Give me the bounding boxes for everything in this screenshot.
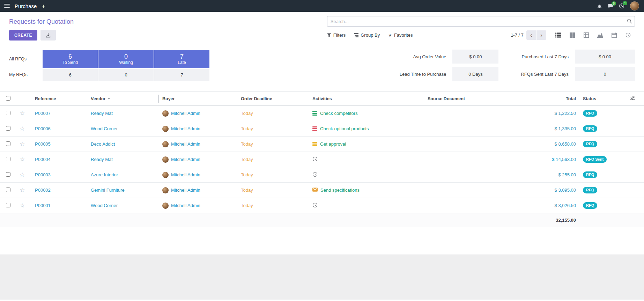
favorite-star-icon[interactable]: ☆ (20, 187, 25, 193)
new-tab-plus-icon[interactable]: + (42, 3, 45, 9)
group-by-button[interactable]: Group By (354, 32, 380, 38)
messages-icon[interactable]: 5 (608, 3, 613, 9)
activity-link[interactable]: Get approval (320, 141, 346, 147)
column-header-buyer[interactable]: Buyer (159, 92, 237, 106)
filters-button[interactable]: Filters (327, 32, 346, 38)
buyer-link[interactable]: Mitchell Admin (171, 126, 200, 131)
activity-clock-icon[interactable] (312, 172, 318, 178)
kanban-view-icon (570, 32, 575, 38)
table-row[interactable]: ☆ P00007 Ready Mat Mitchell Admin Today … (0, 106, 644, 121)
calendar-view-button[interactable] (607, 30, 621, 41)
create-button[interactable]: CREATE (9, 30, 37, 41)
vendor-link[interactable]: Wood Corner (91, 126, 118, 131)
status-badge: RFQ (583, 110, 597, 117)
pivot-view-button[interactable] (579, 30, 593, 41)
row-checkbox[interactable] (6, 141, 10, 146)
reference-link[interactable]: P00002 (35, 188, 51, 193)
favorites-button[interactable]: ★ Favorites (388, 32, 413, 38)
reference-link[interactable]: P00003 (35, 172, 51, 177)
total-value: $ 8,658.00 (555, 141, 576, 147)
buyer-link[interactable]: Mitchell Admin (171, 111, 200, 116)
activity-tasks-icon[interactable] (312, 126, 317, 131)
user-avatar[interactable] (630, 1, 639, 10)
favorite-star-icon[interactable]: ☆ (20, 171, 25, 178)
pager-next-button[interactable]: › (536, 30, 546, 40)
menu-icon[interactable] (4, 4, 10, 8)
vendor-link[interactable]: Ready Mat (91, 157, 113, 162)
column-header-reference[interactable]: Reference (31, 92, 87, 106)
sort-caret-icon (108, 98, 110, 100)
activity-clock-icon[interactable] (312, 156, 318, 163)
kpi-my-to-send-button[interactable]: 6 (43, 69, 98, 81)
buyer-link[interactable]: Mitchell Admin (171, 157, 200, 162)
row-checkbox[interactable] (6, 126, 10, 131)
search-icon[interactable] (627, 19, 632, 25)
search-input[interactable] (327, 16, 635, 27)
search-box (327, 16, 635, 27)
buyer-link[interactable]: Mitchell Admin (171, 172, 200, 177)
table-row[interactable]: ☆ P00006 Wood Corner Mitchell Admin Toda… (0, 121, 644, 137)
source-document-value (424, 137, 522, 152)
buyer-link[interactable]: Mitchell Admin (171, 203, 200, 208)
table-row[interactable]: ☆ P00003 Azure Interior Mitchell Admin T… (0, 167, 644, 183)
favorite-star-icon[interactable]: ☆ (20, 110, 25, 117)
row-checkbox[interactable] (6, 157, 10, 161)
app-title[interactable]: Purchase (15, 3, 37, 9)
activity-clock-icon[interactable] (312, 203, 318, 209)
pager-previous-button[interactable]: ‹ (526, 30, 536, 40)
vendor-link[interactable]: Azure Interior (91, 172, 118, 177)
kpi-my-waiting-button[interactable]: 0 (98, 69, 154, 81)
buyer-link[interactable]: Mitchell Admin (171, 188, 200, 193)
activity-tasks-icon[interactable] (312, 111, 317, 116)
column-header-order-deadline[interactable]: Order Deadline (237, 92, 309, 106)
vendor-link[interactable]: Ready Mat (91, 111, 113, 116)
vendor-link[interactable]: Deco Addict (91, 141, 115, 147)
favorite-star-icon[interactable]: ☆ (20, 141, 25, 147)
kpi-my-late-button[interactable]: 7 (154, 69, 209, 81)
favorite-star-icon[interactable]: ☆ (20, 125, 25, 132)
vendor-link[interactable]: Gemini Furniture (91, 188, 125, 193)
order-deadline-value: Today (241, 111, 253, 116)
row-checkbox[interactable] (6, 188, 10, 192)
kpi-to-send-button[interactable]: 6 To Send (43, 50, 98, 68)
table-row[interactable]: ☆ P00004 Ready Mat Mitchell Admin Today … (0, 152, 644, 167)
activity-link[interactable]: Send specifications (320, 188, 360, 193)
table-row[interactable]: ☆ P00002 Gemini Furniture Mitchell Admin… (0, 183, 644, 198)
kpi-waiting-button[interactable]: 0 Waiting (98, 50, 154, 68)
row-checkbox[interactable] (6, 203, 10, 207)
kanban-view-button[interactable] (565, 30, 579, 41)
column-header-vendor[interactable]: Vendor (87, 92, 159, 106)
list-view-button[interactable] (551, 30, 565, 41)
reference-link[interactable]: P00006 (35, 126, 51, 131)
column-header-status[interactable]: Status (579, 92, 627, 106)
activity-email-icon[interactable] (312, 188, 318, 193)
row-checkbox[interactable] (6, 111, 10, 115)
row-checkbox[interactable] (6, 172, 10, 177)
reference-link[interactable]: P00007 (35, 111, 51, 116)
activity-tasks-icon[interactable] (312, 142, 317, 146)
reference-link[interactable]: P00004 (35, 157, 51, 162)
export-button[interactable] (40, 30, 56, 41)
buyer-avatar (162, 156, 169, 163)
activity-link[interactable]: Check optional products (320, 126, 369, 131)
optional-columns-icon[interactable] (630, 97, 635, 102)
activity-view-button[interactable] (621, 30, 635, 41)
bug-icon[interactable] (597, 3, 602, 9)
graph-view-button[interactable] (593, 30, 607, 41)
table-row[interactable]: ☆ P00005 Deco Addict Mitchell Admin Toda… (0, 137, 644, 152)
kpi-late-button[interactable]: 7 Late (154, 50, 209, 68)
stat-value: $ 0.00 (575, 50, 635, 64)
activity-link[interactable]: Check competitors (320, 111, 358, 116)
column-header-source-document[interactable]: Source Document (424, 92, 522, 106)
column-header-activities[interactable]: Activities (309, 92, 424, 106)
activities-clock-icon[interactable]: 1 (619, 3, 624, 9)
favorite-star-icon[interactable]: ☆ (20, 156, 25, 163)
reference-link[interactable]: P00001 (35, 203, 51, 208)
select-all-checkbox[interactable] (6, 96, 10, 101)
table-row[interactable]: ☆ P00001 Wood Corner Mitchell Admin Toda… (0, 198, 644, 213)
reference-link[interactable]: P00005 (35, 141, 51, 147)
buyer-link[interactable]: Mitchell Admin (171, 141, 200, 147)
favorite-star-icon[interactable]: ☆ (20, 202, 25, 209)
vendor-link[interactable]: Wood Corner (91, 203, 118, 208)
column-header-total[interactable]: Total (522, 92, 579, 106)
